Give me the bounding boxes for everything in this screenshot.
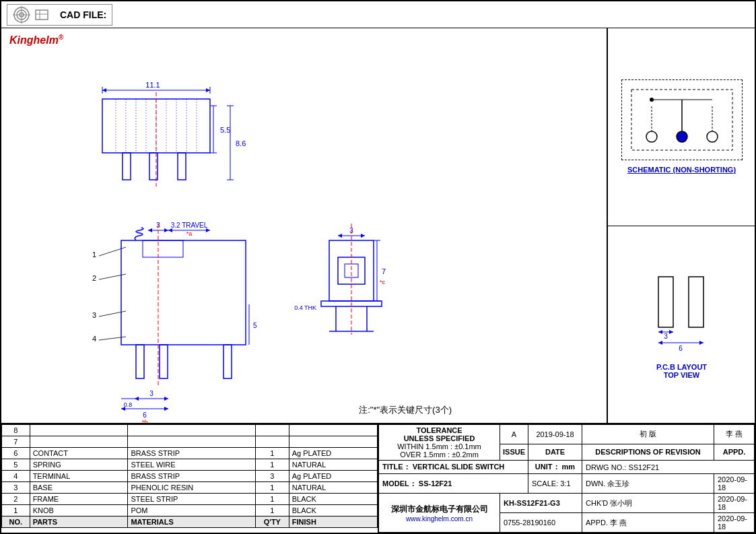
svg-rect-33 (123, 153, 131, 180)
svg-point-93 (707, 131, 718, 142)
rev-desc: 初 版 (640, 430, 656, 438)
target-icon (13, 6, 30, 24)
bom-row-5: 5 SPRING STEEL WIRE 1 NATURAL (2, 459, 378, 471)
svg-text:7: 7 (382, 267, 386, 275)
unit-label: UNIT： (535, 463, 560, 471)
tolerance-line2: UNLESS SPECIFIED (382, 434, 496, 442)
chkd-date: 2020-09-18 (718, 495, 747, 511)
header-logo-area: CAD FILE: (7, 4, 112, 26)
tolerance-line3: WITHIN 1.5mm : ±0.1mm (382, 442, 496, 450)
main-container: CAD FILE: Kinghelm® 11.1 (0, 0, 756, 534)
svg-point-99 (650, 98, 654, 102)
svg-text:*c: *c (380, 279, 386, 286)
scale-value: 3:1 (560, 479, 570, 488)
parts-6: CONTACT (30, 448, 128, 459)
svg-text:3: 3 (664, 333, 668, 340)
note-text: 注:"*"表示关键尺寸(3个) (359, 404, 452, 416)
dwg-value: SS12F21 (628, 463, 659, 471)
schematic-svg (621, 79, 743, 160)
svg-rect-100 (658, 277, 673, 327)
svg-marker-37 (148, 228, 152, 232)
svg-marker-74 (361, 234, 365, 238)
tolerance-line4: OVER 1.5mm : ±0.2mm (382, 450, 496, 459)
desc-label: DESCRIPTIONS OF REVISION (595, 448, 700, 456)
svg-point-92 (677, 131, 687, 142)
svg-line-48 (99, 274, 126, 279)
appd-value: 李 燕 (610, 519, 627, 527)
right-panels: SCHEMATIC (NON-SHORTING) 3 (607, 28, 755, 423)
scale-label: SCALE: (532, 479, 558, 488)
header: CAD FILE: (1, 1, 755, 28)
svg-text:3: 3 (92, 311, 96, 319)
schematic-panel: SCHEMATIC (NON-SHORTING) (607, 28, 755, 226)
materials-6: BRASS STRIP (128, 448, 255, 459)
svg-rect-58 (160, 345, 168, 378)
bom-row-3: 3 BASE PHENOLIC RESIN 1 NATURAL (2, 482, 378, 494)
svg-line-52 (99, 337, 126, 340)
svg-text:6: 6 (679, 345, 683, 352)
part-no: KH-SS12F21-G3 (504, 499, 560, 507)
bottom-section: 8 7 (1, 423, 755, 533)
chkd-value: 张小明 (610, 499, 632, 507)
svg-rect-35 (178, 153, 186, 180)
svg-rect-59 (224, 345, 232, 378)
title-value: VERTICAL SLIDE SWITCH (413, 463, 505, 471)
drawing-area: Kinghelm® 11.1 5.5 (1, 28, 607, 423)
info-block: TOLERANCE UNLESS SPECIFIED WITHIN 1.5mm … (378, 424, 755, 533)
svg-rect-101 (689, 277, 703, 327)
bom-row-6: 6 CONTACT BRASS STRIP 1 Ag PLATED (2, 448, 378, 459)
bom-row-7: 7 (2, 436, 378, 448)
svg-text:*b: *b (142, 419, 148, 423)
appd-date: 2020-09-18 (718, 514, 747, 531)
svg-line-50 (99, 311, 126, 316)
bom-left: 8 7 (1, 424, 378, 533)
svg-marker-13 (206, 88, 210, 92)
dwn-date: 2020-09-18 (718, 475, 747, 492)
svg-text:3.2 TRAVEL: 3.2 TRAVEL (171, 222, 208, 229)
schematic-label: SCHEMATIC (NON-SHORTING) (627, 166, 736, 174)
bom-table: 8 7 (1, 424, 378, 528)
date-label: DATE (545, 448, 565, 456)
svg-rect-54 (143, 240, 183, 257)
bom-row-2: 2 FRAME STEEL STRIP 1 BLACK (2, 494, 378, 505)
model-label: MODEL： (382, 479, 417, 488)
svg-text:6: 6 (143, 411, 147, 419)
info-table: TOLERANCE UNLESS SPECIFIED WITHIN 1.5mm … (378, 424, 755, 533)
svg-text:5.5: 5.5 (220, 126, 230, 134)
bom-row-1: 1 KNOB POM 1 BLACK (2, 505, 378, 516)
svg-line-46 (99, 247, 126, 256)
svg-rect-5 (36, 10, 48, 20)
svg-text:8.6: 8.6 (236, 139, 246, 147)
svg-text:2: 2 (92, 274, 96, 282)
svg-marker-107 (658, 341, 662, 345)
model-value: SS-12F21 (419, 479, 452, 488)
svg-marker-104 (669, 330, 673, 334)
rev-appd: 李 燕 (726, 430, 743, 438)
svg-rect-57 (136, 345, 144, 378)
tolerance-line1: TOLERANCE (382, 426, 496, 434)
phone: 0755-28190160 (504, 519, 555, 527)
svg-text:*a: *a (186, 230, 193, 237)
svg-marker-63 (135, 397, 139, 401)
rev-date: 2019-09-18 (536, 430, 574, 438)
brand-name: Kinghelm® (9, 34, 63, 46)
svg-marker-103 (658, 330, 662, 334)
cad-file-label: CAD FILE: (60, 9, 106, 20)
bom-row-8: 8 (2, 425, 378, 436)
company-name: 深圳市金航标电子有限公司 (382, 504, 496, 515)
svg-marker-38 (164, 228, 168, 232)
svg-marker-108 (699, 341, 703, 345)
bom-header-row: NO. PARTS MATERIALS Q'TY FINISH (2, 516, 378, 528)
svg-text:4: 4 (92, 335, 96, 343)
pcb-panel: 3 6 P.C.B LAYOUT TOP VIEW (607, 226, 755, 424)
technical-drawing: 11.1 5.5 8.6 (1, 48, 553, 423)
rev-col1: A (512, 430, 516, 438)
svg-marker-12 (102, 88, 106, 92)
dwn-value: 余玉珍 (607, 479, 629, 488)
chkd-label: CHK'D (586, 499, 608, 507)
svg-marker-68 (164, 407, 168, 411)
svg-text:5: 5 (253, 322, 257, 329)
svg-text:3: 3 (149, 390, 153, 397)
svg-marker-64 (164, 397, 168, 401)
svg-text:11.1: 11.1 (145, 81, 160, 89)
